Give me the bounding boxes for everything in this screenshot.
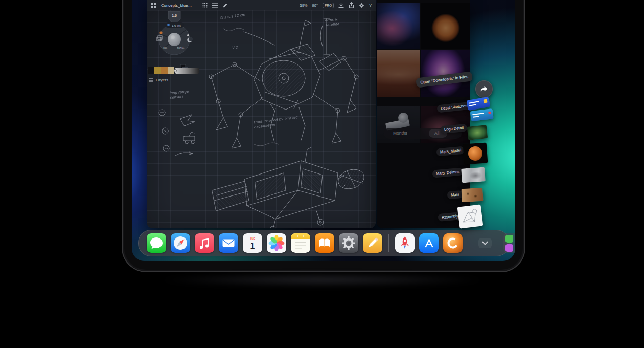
drag-thumb-decal-stickers[interactable] — [466, 96, 494, 124]
drag-thumb-mars-model[interactable] — [463, 142, 488, 164]
photo-mars-globe[interactable] — [421, 3, 470, 49]
dock-calendar-icon[interactable]: Tue1 — [243, 233, 262, 253]
layers-panel-toggle[interactable]: Layers — [149, 78, 168, 82]
app-library-button[interactable] — [503, 233, 515, 253]
app-library-tile-blue — [515, 244, 516, 252]
pen-tool-icon[interactable] — [222, 3, 228, 8]
value-gradient-slider[interactable] — [175, 68, 199, 74]
gradient-slider-handle[interactable] — [174, 69, 177, 72]
app-library-tile-green — [505, 235, 513, 243]
dock-notes-icon[interactable] — [291, 233, 310, 253]
drag-thumb-mars-deimos[interactable] — [461, 167, 486, 183]
dock-orange-app-icon[interactable] — [443, 233, 463, 253]
layers-menu-icon — [149, 78, 153, 82]
app-library-tile-yellow — [515, 235, 516, 243]
calendar-day: 1 — [250, 241, 255, 251]
dock-rocket-app-icon[interactable] — [395, 233, 415, 253]
brush-size-label: 1.6 pts — [172, 24, 181, 27]
calendar-weekday: Tue — [250, 236, 256, 240]
photo-mars-surface[interactable] — [377, 50, 420, 97]
pro-badge: PRO — [323, 3, 334, 8]
forward-arrow-icon — [479, 84, 489, 94]
annotation-arms: arms & satellite — [325, 16, 352, 27]
dots-grid-icon[interactable] — [202, 3, 208, 8]
photo-nebula-blue[interactable] — [377, 3, 420, 49]
opacity-max: 100% — [177, 47, 184, 50]
tab-months[interactable]: Months — [393, 130, 407, 136]
concepts-window: Concepts_blue… 59% 90° PRO — [147, 0, 376, 228]
dock-divider — [388, 234, 389, 252]
forward-arrow-button[interactable] — [475, 80, 493, 98]
dock-music-icon[interactable] — [195, 233, 214, 253]
drawing-canvas[interactable]: Chassis 12 cm arms & satellite V-2 long … — [147, 10, 376, 228]
tab-all[interactable]: All — [434, 130, 439, 136]
drag-thumb-assembly-sketch[interactable] — [457, 204, 484, 228]
device-shadow — [156, 273, 488, 287]
settings-gear-icon[interactable] — [359, 3, 364, 8]
swatch-yellow[interactable] — [154, 67, 161, 74]
swatch-orange[interactable] — [161, 67, 168, 74]
dock-safari-icon[interactable] — [171, 233, 190, 253]
dock-collapse-chevron-button[interactable] — [478, 238, 492, 248]
brush-tool-wheel[interactable]: 1.6 1.6 pts 0% 100% — [151, 10, 198, 76]
app-library-tile-purple — [505, 244, 513, 252]
brush-size-flag: 1.6 — [172, 14, 177, 17]
ipad-screen: Concepts_blue… 59% 90° PRO — [132, 0, 515, 261]
zoom-level[interactable]: 59% — [300, 3, 308, 8]
dock-messages-icon[interactable] — [147, 233, 166, 253]
drag-item-label[interactable]: Mars — [447, 190, 464, 199]
white-color-dot — [187, 34, 189, 36]
help-button[interactable]: ? — [369, 3, 372, 8]
color-palette — [148, 67, 199, 74]
decal-sticker-2 — [470, 108, 494, 121]
concepts-toolbar: Concepts_blue… 59% 90° PRO — [147, 0, 376, 10]
menu-icon[interactable] — [212, 3, 218, 8]
orange-color-dot — [159, 31, 162, 34]
dock-settings-icon[interactable] — [339, 233, 358, 253]
dock-mail-icon[interactable] — [219, 233, 238, 253]
dock: Tue1 — [138, 230, 510, 256]
export-icon[interactable] — [349, 2, 354, 8]
import-icon[interactable] — [338, 3, 344, 8]
opacity-min: 0% — [163, 47, 167, 50]
dock-photos-icon[interactable] — [267, 233, 286, 253]
dock-appstore-icon[interactable] — [419, 233, 439, 253]
annotation-version: V-2 — [232, 46, 238, 51]
workspace-grid-icon[interactable] — [151, 3, 156, 8]
chevron-down-icon — [481, 241, 489, 245]
drag-thumb-logo-detail[interactable] — [467, 125, 488, 140]
dock-pencil-app-icon[interactable] — [363, 233, 382, 253]
swatch-black[interactable] — [148, 67, 154, 74]
dock-books-icon[interactable] — [315, 233, 334, 253]
layers-label: Layers — [156, 78, 168, 82]
rotation-angle[interactable]: 90° — [312, 3, 318, 8]
document-title[interactable]: Concepts_blue… — [161, 3, 192, 8]
drag-thumb-mars-photo[interactable] — [461, 188, 483, 202]
spacecraft-dish — [398, 113, 408, 123]
